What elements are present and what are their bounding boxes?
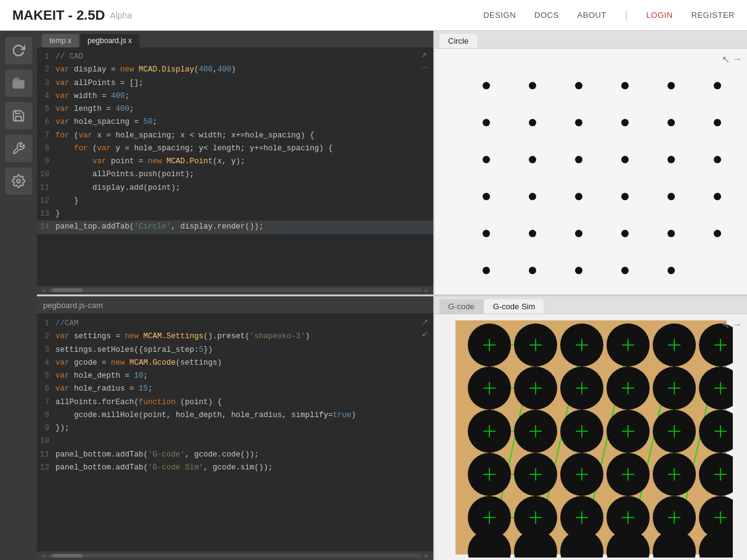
bottom-panel-title: pegboard.js-cam [43, 301, 103, 310]
svg-point-19 [714, 156, 721, 163]
svg-point-24 [667, 193, 675, 200]
expand-topleft-icon[interactable]: ↖ [722, 54, 730, 65]
top-code-editor[interactable]: ↗ → 1// CAD 2var display = new MCAD.Disp… [37, 47, 433, 286]
tab-gcode-sim[interactable]: G-code Sim [484, 299, 544, 314]
code-line-9: 9 var point = new MCAD.Point(x, y); [37, 155, 433, 168]
expand-icon[interactable]: ↗ [420, 51, 428, 60]
nav-about[interactable]: ABOUT [578, 10, 606, 20]
svg-point-34 [575, 267, 582, 274]
bottom-preview-tabs: G-code G-code Sim [435, 296, 747, 314]
bottom-expand-icon[interactable]: ↗ [422, 317, 428, 327]
top-preview-content: ↖ → [435, 49, 747, 294]
top-preview-tabs: Circle [435, 31, 747, 49]
expand-bottomright-icon[interactable]: → [732, 54, 742, 65]
top-code-panel: temp x pegboard.js x ↗ → 1// CAD 2var di… [37, 31, 435, 294]
tab-gcode[interactable]: G-code [439, 299, 483, 314]
top-preview-expand[interactable]: ↖ → [722, 54, 742, 65]
nav-docs[interactable]: DOCS [534, 10, 559, 20]
code-line-11: 11 display.add(point); [37, 182, 433, 195]
nav-login[interactable]: LOGIN [647, 10, 673, 20]
bottom-scrollbar[interactable]: ◄ ► [37, 551, 433, 560]
code-line-12: 12 } [37, 195, 433, 208]
tab-pegboard-js[interactable]: pegboard.js x [80, 34, 139, 47]
save-button[interactable] [5, 102, 32, 129]
svg-point-26 [483, 230, 490, 237]
svg-point-28 [575, 230, 582, 237]
svg-point-1 [17, 179, 20, 183]
cam-line-4: 4var gcode = new MCAM.Gcode(settings) [37, 357, 433, 370]
svg-point-29 [621, 230, 629, 237]
code-line-3: 3var allPoints = []; [37, 77, 433, 90]
top-preview-panel: Circle ↖ → [435, 31, 747, 294]
svg-point-3 [529, 82, 536, 89]
gcode-sim-visualization [435, 314, 747, 560]
bottom-row: pegboard.js-cam ↗ ↙ 1//CAM 2var settings… [37, 296, 747, 560]
nav-design[interactable]: DESIGN [483, 10, 516, 20]
folder-button[interactable] [5, 70, 32, 97]
svg-point-33 [529, 267, 536, 274]
top-expand-icons: ↗ → [420, 51, 428, 71]
nav-register[interactable]: REGISTER [692, 10, 735, 20]
cam-line-11: 11panel_bottom.addTab('G-code', gcode.co… [37, 448, 433, 461]
circle-svg [449, 52, 733, 292]
svg-point-10 [575, 119, 582, 126]
cam-line-6: 6var hole_radius = 15; [37, 383, 433, 396]
cam-line-10: 10 [37, 435, 433, 448]
refresh-button[interactable] [5, 37, 32, 64]
bottom-code-editor[interactable]: ↗ ↙ 1//CAM 2var settings = new MCAM.Sett… [37, 314, 433, 551]
code-line-4: 4var width = 400; [37, 90, 433, 103]
bottom-preview-content: ↖ → [435, 314, 747, 560]
svg-point-15 [529, 156, 536, 163]
svg-point-4 [575, 82, 582, 89]
cam-line-1: 1//CAM [37, 317, 433, 330]
svg-point-20 [483, 193, 490, 200]
code-line-10: 10 allPoints.push(point); [37, 168, 433, 181]
svg-point-12 [667, 119, 675, 126]
top-scrollbar[interactable]: ◄ ► [37, 286, 433, 294]
svg-point-14 [483, 156, 490, 163]
svg-point-32 [483, 267, 490, 274]
code-line-1: 1// CAD [37, 51, 433, 63]
svg-point-2 [483, 82, 490, 89]
svg-point-11 [621, 119, 629, 126]
svg-point-31 [714, 230, 721, 237]
svg-rect-0 [13, 80, 24, 88]
cam-line-7: 7allPoints.forEach(function (point) { [37, 396, 433, 409]
top-code-tabs: temp x pegboard.js x [37, 31, 433, 47]
tools-button[interactable] [5, 135, 32, 162]
svg-point-22 [575, 193, 582, 200]
gcode-sim-svg [449, 317, 733, 558]
circle-visualization [435, 49, 747, 294]
content-area: temp x pegboard.js x ↗ → 1// CAD 2var di… [37, 31, 747, 560]
code-line-13: 13} [37, 208, 433, 221]
bottom-compress-icon[interactable]: ↙ [422, 329, 428, 338]
code-line-8: 8 for (var y = hole_spacing; y< length; … [37, 142, 433, 155]
cam-line-9: 9}); [37, 422, 433, 435]
bottom-expand-icons: ↗ ↙ [422, 317, 428, 338]
nav-links: DESIGN DOCS ABOUT | LOGIN REGISTER [483, 9, 735, 22]
svg-point-7 [714, 82, 721, 89]
settings-button[interactable] [5, 168, 32, 195]
code-line-14: 14panel_top.addTab('Circle', display.ren… [37, 221, 433, 233]
code-line-2: 2var display = new MCAD.Display(400,400) [37, 63, 433, 76]
main-layout: temp x pegboard.js x ↗ → 1// CAD 2var di… [0, 31, 747, 560]
svg-point-8 [483, 119, 490, 126]
svg-point-23 [621, 193, 629, 200]
tab-circle[interactable]: Circle [439, 34, 477, 48]
bottom-preview-panel: G-code G-code Sim ↖ → [435, 296, 747, 560]
bottom-expand-right-icon[interactable]: → [732, 319, 742, 331]
svg-point-18 [667, 156, 675, 163]
bottom-expand-icon[interactable]: ↖ [722, 319, 730, 331]
svg-point-17 [621, 156, 629, 163]
cam-line-3: 3settings.setHoles({spiral_step:5}) [37, 344, 433, 357]
bottom-preview-expand[interactable]: ↖ → [722, 319, 742, 331]
top-navigation: MAKEIT - 2.5D Alpha DESIGN DOCS ABOUT | … [0, 0, 747, 31]
arrow-right-icon[interactable]: → [420, 62, 428, 71]
svg-point-30 [667, 230, 675, 237]
svg-point-16 [575, 156, 582, 163]
code-line-6: 6var hole_spacing = 50; [37, 116, 433, 129]
tab-temp[interactable]: temp x [42, 34, 79, 47]
brand-version: Alpha [110, 10, 132, 20]
bottom-code-panel: pegboard.js-cam ↗ ↙ 1//CAM 2var settings… [37, 296, 435, 560]
svg-point-13 [714, 119, 721, 126]
